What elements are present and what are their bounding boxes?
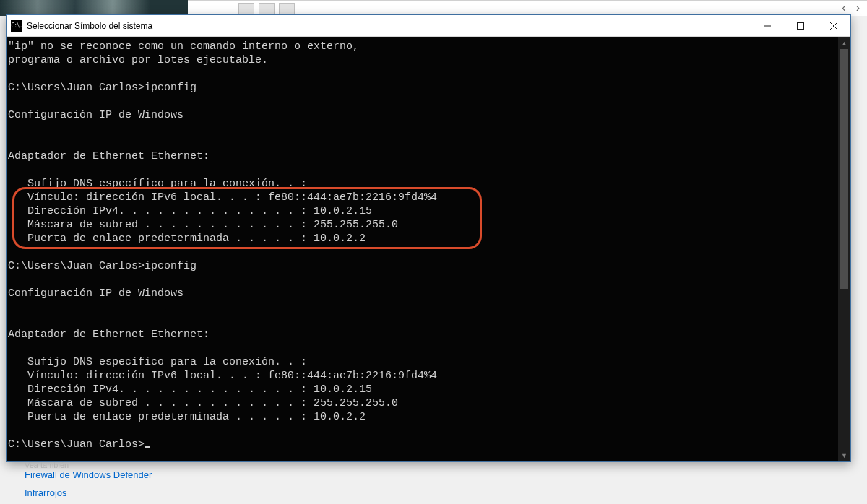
console-prompt[interactable]: C:\Users\Juan Carlos> [8, 438, 849, 451]
console-line [8, 163, 849, 177]
close-button[interactable] [817, 15, 850, 37]
console-line: programa o archivo por lotes ejecutable. [8, 53, 849, 67]
scroll-track[interactable] [838, 49, 850, 449]
console-line: Vínculo: dirección IPv6 local. . . : fe8… [8, 369, 849, 383]
console-line: C:\Users\Juan Carlos>ipconfig [8, 259, 849, 273]
titlebar[interactable]: C:\. Seleccionar Símbolo del sistema [7, 15, 850, 37]
scroll-thumb[interactable] [840, 49, 848, 289]
window-title: Seleccionar Símbolo del sistema [27, 21, 152, 31]
minimize-button[interactable] [751, 15, 784, 37]
console-line: "ip" no se reconoce como un comando inte… [8, 40, 849, 53]
console-line: Sufijo DNS específico para la conexión. … [8, 177, 849, 191]
console-line: Sufijo DNS específico para la conexión. … [8, 355, 849, 369]
console-line: C:\Users\Juan Carlos>ipconfig [8, 81, 849, 95]
console-line [8, 273, 849, 287]
console-line: Configuración IP de Windows [8, 108, 849, 122]
console-line [8, 314, 849, 328]
console-line: Puerta de enlace predeterminada . . . . … [8, 410, 849, 424]
see-also-label: Vea también [25, 461, 69, 469]
desktop-wallpaper-fragment [0, 0, 188, 16]
console-line [8, 342, 849, 355]
scroll-up-arrow-icon[interactable]: ▲ [838, 37, 850, 49]
maximize-button[interactable] [784, 15, 817, 37]
console-line [8, 136, 849, 149]
console-line: Dirección IPv4. . . . . . . . . . . . . … [8, 204, 849, 218]
link-infrarrojos[interactable]: Infrarrojos [25, 487, 152, 498]
console-line: Puerta de enlace predeterminada . . . . … [8, 232, 849, 246]
console-line: Máscara de subred . . . . . . . . . . . … [8, 218, 849, 232]
console-line [8, 424, 849, 438]
background-tabs [238, 0, 295, 16]
console-line: Configuración IP de Windows [8, 287, 849, 300]
console-line [8, 95, 849, 108]
console-line: Adaptador de Ethernet Ethernet: [8, 328, 849, 342]
vertical-scrollbar[interactable]: ▲ ▼ [838, 37, 850, 461]
svg-rect-1 [798, 22, 804, 29]
console-line: Adaptador de Ethernet Ethernet: [8, 149, 849, 163]
console-line [8, 122, 849, 136]
console-line [8, 300, 849, 314]
link-firewall[interactable]: Firewall de Windows Defender [25, 469, 152, 480]
text-cursor [144, 446, 150, 448]
console-output[interactable]: "ip" no se reconoce como un comando inte… [7, 37, 850, 461]
console-line: Máscara de subred . . . . . . . . . . . … [8, 396, 849, 410]
command-prompt-window: C:\. Seleccionar Símbolo del sistema "ip… [6, 14, 851, 462]
scroll-down-arrow-icon[interactable]: ▼ [838, 449, 850, 461]
console-line [8, 67, 849, 81]
console-line: Dirección IPv4. . . . . . . . . . . . . … [8, 383, 849, 396]
cmd-icon: C:\. [11, 20, 22, 32]
background-window-chevrons: ‹› [842, 1, 860, 14]
console-line: Vínculo: dirección IPv6 local. . . : fe8… [8, 191, 849, 204]
console-line [8, 246, 849, 259]
